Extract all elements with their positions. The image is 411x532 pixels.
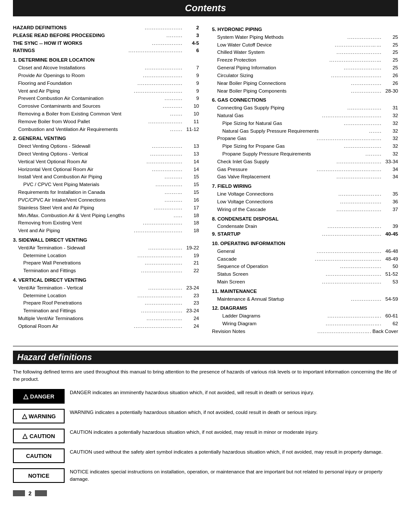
toc-entry-title: Vent and Air Piping — [18, 227, 133, 235]
hazard-text-caution-symbol: CAUTION indicates a potentially hazardou… — [70, 429, 398, 436]
toc-entry-page: 39 — [383, 223, 398, 230]
toc-entry-dots: ....................…… — [335, 41, 382, 49]
toc-entry: Circulator Sizing.......................… — [212, 72, 398, 80]
hazard-intro: The following defined terms are used thr… — [13, 368, 398, 383]
toc-entry: Prepare Wall Penetrations...............… — [13, 259, 199, 267]
toc-entry-page: 13 — [184, 150, 199, 158]
toc-entry-page: 32 — [383, 128, 398, 135]
toc-entry-page: 31 — [383, 104, 398, 112]
toc-entry-page: 26 — [383, 80, 398, 87]
toc-entry-page: 11 — [184, 118, 199, 126]
toc-entry-page: 23-24 — [184, 284, 199, 292]
toc-entry-page: 10 — [184, 103, 199, 110]
toc-entry-title: Natural Gas Supply Pressure Requirements — [222, 128, 368, 135]
toc-entry-dots: ................. — [152, 166, 183, 174]
toc-entry-page: 40-45 — [383, 230, 398, 238]
toc-entry-title: Termination and Fittings — [23, 307, 140, 315]
toc-entry-page: 46-48 — [383, 248, 398, 255]
hazard-text-notice: NOTICE indicates special instructions on… — [70, 468, 398, 483]
toc-entry: Optional Room Air.......................… — [13, 323, 199, 330]
toc-entry: Provide Air Openings to Room............… — [13, 72, 199, 80]
toc-entry-dots: ............................ — [331, 72, 382, 80]
toc-entry-title: Status Screen — [217, 271, 325, 278]
toc-entry: Prevent Combustion Air Contamination....… — [13, 95, 199, 103]
toc-entry-page: 24 — [184, 315, 199, 323]
toc-entry: Flooring and Foundation.................… — [13, 80, 199, 87]
toc-entry-title: Corrosive Contaminants and Sources — [18, 103, 162, 110]
toc-entry-dots: ..... — [174, 212, 183, 220]
toc-entry-title: Ladder Diagrams — [222, 312, 327, 320]
toc-entry-page: 14 — [184, 166, 199, 174]
toc-entry-page: 24 — [184, 323, 199, 330]
toc-entry-page: 23 — [184, 292, 199, 300]
hazard-row: △WARNINGWARNING indicates a potentially … — [13, 409, 398, 423]
toc-entry: Termination and Fittings................… — [13, 267, 199, 275]
toc-entry-dots: ..................... — [145, 299, 183, 307]
toc-entry-page: 9 — [184, 95, 199, 103]
toc-entry-page: 19 — [184, 252, 199, 260]
toc-entry-dots: ................. — [152, 143, 183, 150]
contents-title: Contents — [185, 3, 226, 13]
toc-entry-page: 7 — [184, 64, 199, 72]
toc-entry: Chilled Water System....................… — [212, 49, 398, 56]
toc-entry: 3. SIDEWALL DIRECT VENTING — [13, 236, 199, 244]
hazard-section-title: Hazard definitions — [17, 352, 92, 362]
toc-entry-title: Sequence of Operation — [217, 263, 339, 271]
toc-entry-dots: ..............................…... — [317, 166, 382, 174]
toc-entry-title: Freeze Protection — [217, 56, 328, 64]
toc-entry-title: Natural Gas — [217, 112, 321, 120]
toc-entry-title: Vent and Air Piping — [18, 87, 133, 95]
toc-entry-title: Closet and Alcove Installations — [18, 64, 144, 72]
toc-entry-page: 32 — [383, 135, 398, 143]
toc-entry: Removing from Existing Vent.............… — [13, 219, 199, 227]
toc-entry: 11. MAINTENANCE — [212, 288, 398, 296]
toc-entry-page: 32 — [383, 120, 398, 128]
page: Contents HAZARD DEFINITIONS.............… — [0, 0, 411, 510]
toc-entry-dots: .............................. — [128, 47, 183, 55]
toc-entry-dots: ................... — [148, 118, 183, 126]
toc-entry: Corrosive Contaminants and Sources......… — [13, 103, 199, 110]
toc-entry: General.................................… — [212, 248, 398, 255]
page-footer: 2 — [13, 490, 398, 497]
toc-entry-title: Requirements for Installation in Canada — [18, 189, 164, 196]
toc-entry-title: Maintenance & Annual Startup — [217, 296, 350, 303]
toc-entry: Install Vent and Combustion Air Piping..… — [13, 173, 199, 181]
toc-entry-title: Stainless Steel Vent and Air Piping — [18, 204, 153, 212]
toc-entry-title: PLEASE READ BEFORE PROCEEDING — [13, 32, 165, 40]
toc-entry-page: 37 — [383, 206, 398, 214]
toc-container: HAZARD DEFINITIONS.....................2… — [13, 24, 398, 336]
toc-entry-dots: ................. — [351, 296, 382, 303]
toc-entry-page: 16 — [184, 196, 199, 204]
toc-entry: Low Water Cutoff Device.................… — [212, 41, 398, 49]
toc-entry-dots: ...................... — [143, 219, 183, 227]
toc-entry-page: 32 — [383, 150, 398, 158]
toc-entry: RATINGS..............................6 — [13, 47, 199, 55]
footer-bar-left — [13, 490, 25, 496]
toc-entry-title: Remove Boiler from Wood Pallet — [18, 118, 147, 126]
toc-entry-title: Prepare Wall Penetrations — [23, 259, 144, 267]
hazard-badge-danger: △DANGER — [13, 389, 65, 404]
toc-entry-page: 14 — [184, 158, 199, 166]
toc-entry-page: 15 — [184, 189, 199, 196]
toc-entry: Vent and Air Piping.....................… — [13, 87, 199, 95]
toc-entry-dots: ......................... — [336, 49, 382, 56]
hazard-badge-warning: △WARNING — [13, 409, 65, 423]
toc-entry-title: RATINGS — [13, 47, 128, 55]
toc-entry: PVC/CPVC Air Intake/Vent Connections....… — [13, 196, 199, 204]
toc-entry-title: Vertical Vent Optional Room Air — [18, 158, 146, 166]
toc-entry-title: 9. STARTUP — [212, 230, 321, 238]
toc-entry: Propane Gas.............................… — [212, 135, 398, 143]
toc-entry-title: General — [217, 248, 316, 255]
toc-entry: General Piping Information..............… — [212, 64, 398, 72]
toc-entry-dots: ..........................… — [329, 56, 382, 64]
hazard-row: CAUTIONCAUTION used without the safety a… — [13, 448, 398, 463]
toc-entry-title: Revision Notes — [212, 328, 317, 336]
toc-entry-dots: ..................... — [145, 64, 183, 72]
toc-entry: System Water Piping Methods.............… — [212, 34, 398, 41]
toc-entry-title: General Piping Information — [217, 64, 343, 72]
hazard-badge-caution-plain: CAUTION — [13, 448, 65, 463]
toc-entry-title: Pipe Sizing for Natural Gas — [222, 120, 343, 128]
toc-entry-dots: ....... — [170, 126, 183, 134]
toc-entry: Sequence of Operation...................… — [212, 263, 398, 271]
toc-entry-dots: ................... — [148, 284, 183, 292]
